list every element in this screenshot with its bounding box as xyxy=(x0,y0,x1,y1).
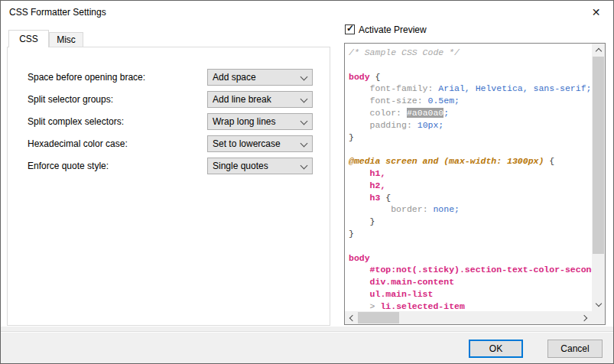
code-token: { xyxy=(544,156,554,166)
setting-row: Enforce quote style: Single quotes xyxy=(28,158,319,174)
activate-preview-label: Activate Preview xyxy=(359,24,427,35)
close-icon: ✕ xyxy=(592,6,601,18)
code-line: } xyxy=(349,216,592,228)
separator-line xyxy=(1,331,613,333)
code-token: @media screen and (max-width: 1300px) xyxy=(349,156,544,166)
code-token: 10px; xyxy=(417,120,444,130)
chevron-down-icon xyxy=(301,162,308,170)
ok-button[interactable]: OK xyxy=(469,340,523,358)
setting-label-split-complex-selectors: Split complex selectors: xyxy=(28,113,124,130)
code-token: > xyxy=(370,301,381,311)
chevron-down-icon xyxy=(301,140,308,148)
dialog-title: CSS Formatter Settings xyxy=(9,7,106,18)
split-complex-selectors-dropdown[interactable]: Wrap long lines xyxy=(207,113,313,130)
css-preview-pane: /* Sample CSS Code */body { font-family:… xyxy=(344,43,606,325)
code-token: body xyxy=(349,72,370,82)
code-token xyxy=(349,301,370,311)
code-editor[interactable]: /* Sample CSS Code */body { font-family:… xyxy=(345,44,592,311)
hex-color-case-dropdown[interactable]: Set to lowercase xyxy=(207,135,313,152)
dropdown-selected-value: Set to lowercase xyxy=(213,136,281,151)
code-token: padding: xyxy=(370,120,412,130)
setting-label-hex-color-case: Hexadecimal color case: xyxy=(28,135,128,152)
code-token xyxy=(349,108,370,118)
css-tab-panel: Space before opening brace: Add space Sp… xyxy=(7,47,330,326)
code-line: ul.main-list xyxy=(349,288,592,301)
code-token xyxy=(349,204,391,214)
code-line: font-size: 0.5em; xyxy=(349,95,592,107)
scrollbar-corner xyxy=(592,311,605,324)
setting-label-enforce-quote-style: Enforce quote style: xyxy=(28,158,109,174)
code-token xyxy=(349,83,370,93)
setting-row: Space before opening brace: Add space xyxy=(28,69,319,86)
code-token: } xyxy=(370,216,375,226)
code-line: h1, xyxy=(349,167,592,180)
code-token: none; xyxy=(433,204,460,214)
enforce-quote-style-dropdown[interactable]: Single quotes xyxy=(207,158,313,174)
code-line: > li.selected-item xyxy=(349,301,592,311)
code-token xyxy=(349,168,370,178)
code-line: color: #a0a0a0; xyxy=(349,107,592,119)
code-line: /* Sample CSS Code */ xyxy=(349,47,592,59)
cancel-button[interactable]: Cancel xyxy=(547,340,603,358)
code-line: h3 { xyxy=(349,192,592,204)
close-button[interactable]: ✕ xyxy=(579,1,613,24)
dropdown-selected-value: Single quotes xyxy=(213,158,268,174)
code-token: #a0a0a0 xyxy=(407,108,443,118)
code-token: color: xyxy=(370,108,401,118)
activate-preview-checkbox[interactable]: ✓ xyxy=(345,24,355,34)
code-token xyxy=(349,265,370,275)
code-token: Arial, Helvetica, sans-serif; xyxy=(438,83,591,93)
button-bar: OK Cancel xyxy=(1,327,613,363)
code-token: font-size: xyxy=(370,96,423,106)
space-before-brace-dropdown[interactable]: Add space xyxy=(207,69,313,86)
vertical-scrollbar-thumb[interactable] xyxy=(593,57,604,254)
setting-label-split-selector-groups: Split selector groups: xyxy=(28,91,113,108)
chevron-left-icon xyxy=(349,314,356,320)
code-token: } xyxy=(349,229,354,239)
code-line: @media screen and (max-width: 1300px) { xyxy=(349,155,592,167)
code-token xyxy=(349,289,370,299)
code-line xyxy=(349,59,592,71)
code-token xyxy=(349,193,370,203)
code-line: h2, xyxy=(349,180,592,192)
code-line: #top:not(.sticky).section-text-color-sec… xyxy=(349,264,592,276)
setting-row: Split selector groups: Add line break xyxy=(28,91,319,108)
code-token xyxy=(423,96,428,106)
code-token xyxy=(401,108,407,118)
vertical-scrollbar[interactable] xyxy=(592,44,605,311)
scroll-left-button[interactable] xyxy=(345,311,358,324)
code-token: h1, xyxy=(370,168,386,178)
code-line xyxy=(349,240,592,252)
chevron-right-icon xyxy=(581,314,587,320)
split-selector-groups-dropdown[interactable]: Add line break xyxy=(207,91,313,108)
chevron-down-icon xyxy=(301,118,308,125)
code-token: h2, xyxy=(370,180,386,190)
dropdown-selected-value: Add line break xyxy=(213,92,271,107)
setting-row: Hexadecimal color case: Set to lowercase xyxy=(28,135,319,152)
code-token xyxy=(349,216,370,226)
scroll-down-button[interactable] xyxy=(592,298,605,311)
code-token: border: xyxy=(391,204,427,214)
tab-misc[interactable]: Misc xyxy=(49,32,83,47)
scroll-up-button[interactable] xyxy=(592,44,605,57)
title-bar[interactable]: CSS Formatter Settings ✕ xyxy=(1,1,613,24)
code-token xyxy=(349,96,370,106)
code-line: border: none; xyxy=(349,203,592,216)
code-token: /* Sample CSS Code */ xyxy=(349,47,460,57)
code-token xyxy=(412,120,417,130)
code-token: } xyxy=(349,132,354,142)
tab-css[interactable]: CSS xyxy=(8,30,49,47)
chevron-up-icon xyxy=(595,48,601,54)
horizontal-scrollbar[interactable] xyxy=(345,311,592,324)
horizontal-scrollbar-thumb[interactable] xyxy=(358,312,399,323)
code-line: div.main-content xyxy=(349,276,592,288)
code-token xyxy=(349,277,370,287)
code-token: font-family: xyxy=(370,83,434,93)
setting-row: Split complex selectors: Wrap long lines xyxy=(28,113,319,130)
dropdown-selected-value: Wrap long lines xyxy=(213,114,276,129)
code-line: } xyxy=(349,228,592,240)
css-formatter-settings-dialog: CSS Formatter Settings ✕ CSS Misc Space … xyxy=(0,0,614,364)
scroll-right-button[interactable] xyxy=(579,311,592,324)
check-icon: ✓ xyxy=(346,23,354,34)
code-line: } xyxy=(349,132,592,144)
